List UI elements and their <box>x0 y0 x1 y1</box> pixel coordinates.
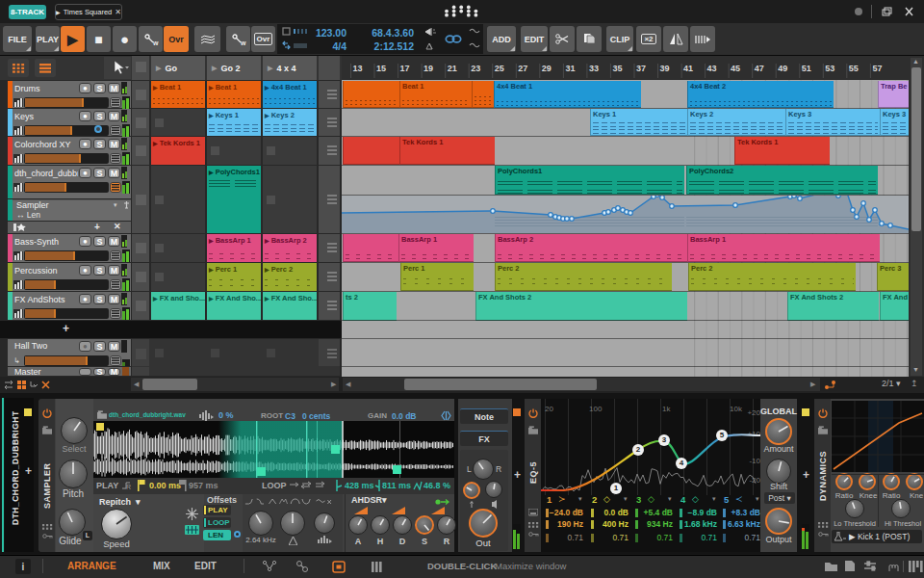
svg-text:w: w <box>240 39 246 46</box>
svg-text:R: R <box>126 484 131 490</box>
svg-text:w: w <box>152 39 159 46</box>
